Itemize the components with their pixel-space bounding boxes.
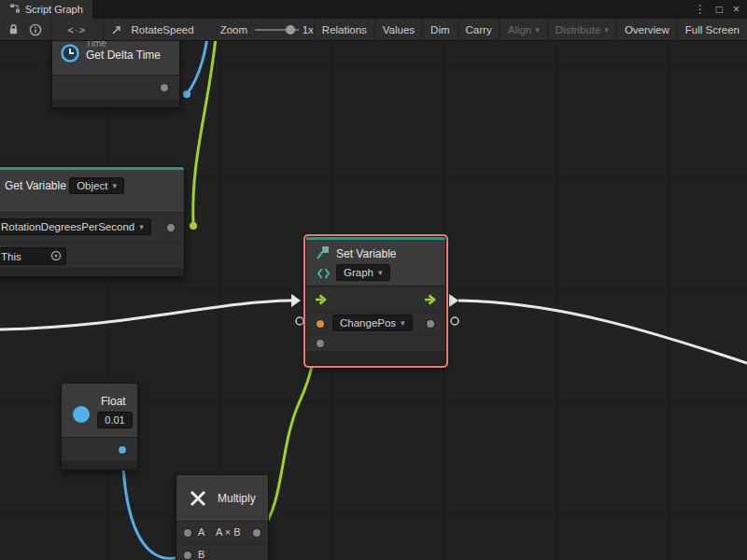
node-footer [0, 269, 184, 276]
output-port[interactable] [161, 84, 168, 91]
float-value-input[interactable]: 0.01 [97, 412, 133, 428]
value-output-port[interactable] [427, 320, 434, 328]
variable-scope-label: Graph [344, 267, 374, 278]
node-footer [306, 352, 445, 365]
node-title: Get Delta Time [86, 49, 161, 62]
node-set-variable[interactable]: Set Variable Graph ▾ [305, 236, 446, 366]
align-button[interactable]: Align ▾ [500, 19, 548, 41]
port-label-b: B [198, 549, 204, 560]
object-picker-icon[interactable] [50, 250, 62, 263]
graph-toolbar: <·> RotateSpeed Zoom 1x Relations Values… [0, 19, 747, 41]
chevron-down-icon: ▾ [401, 318, 405, 328]
variable-name-label: RotationDegreesPerSecond [1, 221, 134, 232]
input-port-a[interactable] [184, 529, 191, 537]
window-controls: ⋮ □ × [695, 0, 747, 19]
node-header: Set Variable Graph ▾ [306, 240, 445, 287]
flow-output-arrow-icon[interactable] [423, 294, 438, 308]
unity-script-graph-window: Time Get Delta Time Get Variable Object … [0, 0, 747, 560]
button-label: Dim [430, 24, 449, 35]
target-object-field[interactable]: This [0, 247, 66, 265]
node-get-variable[interactable]: Get Variable Object ▾ RotationDegreesPer… [0, 166, 185, 277]
chevron-down-icon: ▾ [112, 181, 117, 190]
graph-scope-icon [317, 267, 331, 283]
port-label-a: A [198, 526, 204, 538]
target-object-label: This [1, 251, 21, 262]
target-object-row: This [0, 244, 184, 269]
port-row [52, 76, 179, 100]
output-port[interactable] [253, 529, 261, 537]
variable-name-row: ChangePos ▾ [306, 313, 445, 335]
zoom-value: 1x [303, 24, 314, 35]
lock-icon[interactable] [3, 23, 24, 35]
tab-bar: Script Graph ⋮ □ × [0, 0, 747, 19]
toolbar-buttons: Relations Values Dim Carry Align ▾ Distr… [314, 19, 747, 41]
value-input-port[interactable] [317, 340, 324, 347]
chevron-down-icon: ▾ [139, 222, 144, 231]
variable-scope-dropdown[interactable]: Object ▾ [69, 177, 124, 194]
full-screen-button[interactable]: Full Screen [678, 19, 747, 41]
node-title: Float [101, 395, 126, 408]
zoom-label: Zoom [220, 24, 247, 35]
variable-scope-dropdown[interactable]: Graph ▾ [336, 264, 390, 281]
variable-name-dropdown[interactable]: RotationDegreesPerSecond ▾ [0, 218, 151, 235]
button-label: Distribute [556, 24, 601, 35]
button-label: Values [383, 24, 415, 35]
zoom-slider[interactable] [255, 23, 299, 36]
carry-button[interactable]: Carry [458, 19, 500, 41]
variable-scope-label: Object [77, 180, 107, 191]
node-title: Multiply [218, 492, 256, 505]
flow-input-arrow-icon[interactable] [314, 294, 329, 308]
variable-name-label: ChangePos [340, 317, 396, 329]
graph-name: RotateSpeed [131, 24, 193, 35]
info-icon[interactable] [24, 23, 47, 36]
node-multiply[interactable]: Multiply A A × B B [176, 474, 269, 560]
input-port-b[interactable] [184, 552, 191, 559]
node-header: Multiply [176, 475, 268, 522]
button-label: Overview [625, 24, 669, 35]
values-button[interactable]: Values [375, 19, 423, 41]
node-title: Set Variable [336, 247, 396, 260]
graph-asset-icon [106, 24, 127, 35]
port-row-a: A A × B [176, 522, 268, 544]
node-header: Float 0.01 [62, 384, 137, 438]
overview-button[interactable]: Overview [617, 19, 678, 41]
chevron-down-icon: ▾ [535, 25, 540, 35]
node-get-delta-time[interactable]: Time Get Delta Time [51, 33, 180, 108]
node-title: Get Variable [5, 179, 66, 192]
variable-name-row: RotationDegreesPerSecond ▾ [0, 213, 184, 244]
node-footer [52, 100, 179, 107]
value-output-port[interactable] [167, 224, 175, 231]
zoom-slider-knob[interactable] [286, 25, 295, 35]
port-row [62, 438, 137, 462]
multiply-icon [188, 488, 208, 511]
set-variable-icon [315, 245, 330, 263]
distribute-button[interactable]: Distribute ▾ [548, 19, 617, 41]
output-port[interactable] [119, 446, 126, 454]
clock-icon [60, 43, 80, 66]
variable-name-dropdown[interactable]: ChangePos ▾ [332, 315, 413, 331]
tab-title: Script Graph [25, 4, 83, 15]
flow-port-row [306, 287, 445, 313]
dim-button[interactable]: Dim [423, 19, 458, 41]
port-label-output: A × B [216, 526, 241, 538]
tab-script-graph[interactable]: Script Graph [0, 0, 92, 19]
variable-input-port[interactable] [317, 320, 324, 328]
button-label: Full Screen [685, 24, 740, 35]
value-input-row [306, 335, 445, 352]
button-label: Carry [466, 24, 492, 35]
chevron-down-icon: ▾ [604, 25, 609, 35]
node-float[interactable]: Float 0.01 [61, 383, 138, 470]
float-icon [73, 406, 90, 423]
maximize-icon[interactable]: □ [716, 3, 723, 16]
script-graph-icon [9, 3, 21, 16]
node-footer [62, 462, 137, 469]
code-icon[interactable]: <·> [67, 24, 86, 35]
relations-button[interactable]: Relations [315, 19, 375, 41]
chevron-down-icon: ▾ [378, 268, 383, 277]
node-header: Get Variable Object ▾ [0, 170, 184, 213]
port-row-b: B [176, 544, 268, 560]
button-label: Relations [322, 24, 367, 35]
button-label: Align [508, 24, 532, 35]
menu-icon[interactable]: ⋮ [695, 3, 706, 16]
close-icon[interactable]: × [733, 3, 740, 16]
